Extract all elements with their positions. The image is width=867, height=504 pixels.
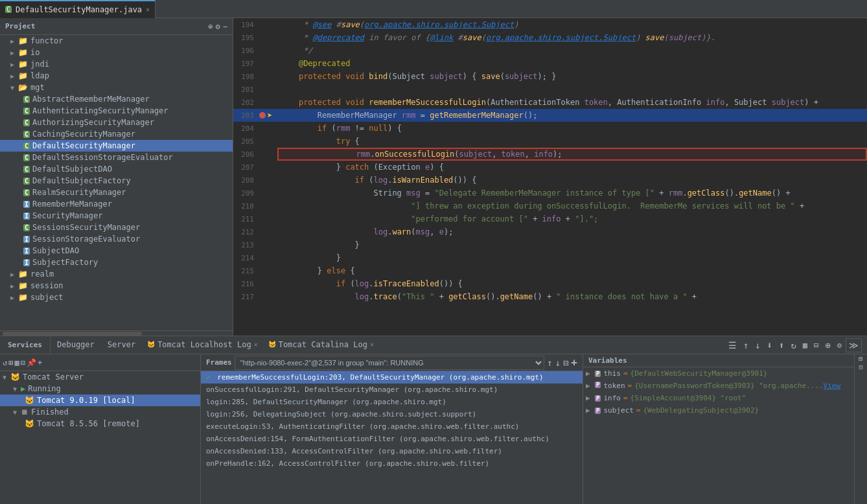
service-label: Tomcat Server xyxy=(23,372,84,382)
sidebar-label: realm xyxy=(30,269,54,279)
frames-up-icon[interactable]: ↑ xyxy=(547,358,552,368)
tab-close-icon[interactable]: ✕ xyxy=(146,6,150,13)
sidebar-item-session[interactable]: ▶ 📁 session xyxy=(0,280,233,292)
sidebar-item-DefaultSecurityManager[interactable]: C DefaultSecurityManager xyxy=(0,140,233,152)
settings-icon[interactable]: ⚙ xyxy=(835,339,844,351)
var-expand-icon[interactable]: ▶ xyxy=(586,394,595,402)
service-tomcat-server[interactable]: ▼ 🐱 Tomcat Server xyxy=(0,371,200,383)
align-icon[interactable]: ⊞ xyxy=(8,358,13,367)
debugger-frames-panel: Frames "http-nio-9080-exec-2"@2,537 in g… xyxy=(201,354,583,504)
sidebar-item-DefaultSubjectDAO[interactable]: C DefaultSubjectDAO xyxy=(0,163,233,175)
sidebar-item-SubjectDAO[interactable]: I SubjectDAO xyxy=(0,245,233,257)
tab-label: Debugger xyxy=(57,340,95,349)
down2-icon[interactable]: ⬇ xyxy=(765,339,775,352)
sidebar-item-functor[interactable]: ▶ 📁 functor xyxy=(0,35,233,47)
frame-item[interactable]: onAccessDenied:133, AccessControlFilter … xyxy=(201,445,583,457)
var-expand-icon[interactable]: ▶ xyxy=(586,406,595,415)
service-running[interactable]: ▼ ▶ Running xyxy=(0,383,200,395)
tab-close-icon[interactable]: ✕ xyxy=(370,341,374,348)
service-tomcat-8[interactable]: 🐱 Tomcat 8.5.56 [remote] xyxy=(0,418,200,430)
pin-icon[interactable]: 📌 xyxy=(27,358,36,367)
variable-item-this: ▶ P this = {DefaultWebSecurityManager@39… xyxy=(583,367,854,380)
frames-title: Frames xyxy=(206,358,232,367)
interface-icon: I xyxy=(23,259,30,266)
gutter-btn-1[interactable]: ⊞ xyxy=(857,357,864,361)
reload-services-icon[interactable]: ↺ xyxy=(3,358,7,367)
sidebar-item-subject[interactable]: ▶ 📁 subject xyxy=(0,292,233,303)
tab-tomcat-catalina-log[interactable]: 🐱 Tomcat Catalina Log ✕ xyxy=(263,336,379,354)
settings-icon[interactable]: ⚙ xyxy=(216,22,220,31)
var-value: {SimpleAccount@3904} "root" xyxy=(630,394,746,402)
code-line-212: 212 log.warn(msg, e); xyxy=(233,225,867,238)
frame-item[interactable]: login:256, DelegatingSubject (org.apache… xyxy=(201,408,583,420)
frames-add-icon[interactable]: + xyxy=(571,356,577,369)
frame-item[interactable]: login:285, DefaultSecurityManager (org.a… xyxy=(201,396,583,408)
add-services-icon[interactable]: + xyxy=(38,358,42,367)
sidebar-item-SessionsSecurityManager[interactable]: C SessionsSecurityManager xyxy=(0,222,233,233)
tab-server[interactable]: Server xyxy=(101,336,142,354)
sidebar-item-CachingSecurityManager[interactable]: C CachingSecurityManager xyxy=(0,128,233,140)
class-icon: C xyxy=(23,178,30,185)
refresh-icon[interactable]: ↻ xyxy=(788,339,798,352)
sidebar-item-AuthorizingSecurityManager[interactable]: C AuthorizingSecurityManager xyxy=(0,117,233,128)
line-number: 213 xyxy=(233,241,259,249)
layout-icon[interactable]: ▦ xyxy=(800,339,810,351)
tree-arrow-icon: ▶ xyxy=(10,294,18,301)
sidebar-item-realm[interactable]: ▶ 📁 realm xyxy=(0,268,233,280)
more-icon[interactable]: ≫ xyxy=(846,338,862,352)
tab-close-icon[interactable]: ✕ xyxy=(254,341,258,348)
service-tomcat-9[interactable]: 🐱 Tomcat 9.0.19 [local] xyxy=(0,395,200,406)
sidebar-item-SessionStorageEvaluator[interactable]: I SessionStorageEvaluator xyxy=(0,233,233,245)
sidebar-item-io[interactable]: ▶ 📁 io xyxy=(0,47,233,58)
sidebar-item-DefaultSessionStorageEvaluator[interactable]: C DefaultSessionStorageEvaluator xyxy=(0,152,233,163)
up2-icon[interactable]: ⬆ xyxy=(776,339,787,352)
server-icon: 🐱 xyxy=(268,341,276,348)
collapse-icon[interactable]: − xyxy=(223,22,227,31)
code-line-198: 198 protected void bind(Subject subject)… xyxy=(233,70,867,83)
sync-icon[interactable]: ⊕ xyxy=(208,22,213,31)
list-view-icon[interactable]: ☰ xyxy=(726,339,739,352)
frame-item[interactable]: onPreHandle:162, AccessControlFilter (or… xyxy=(201,457,583,470)
code-line-214: 214 } xyxy=(233,251,867,264)
sidebar-item-jndi[interactable]: ▶ 📁 jndi xyxy=(0,58,233,70)
sidebar-item-AuthenticatingSecurityManager[interactable]: C AuthenticatingSecurityManager xyxy=(0,105,233,117)
filter-icon[interactable]: ⊟ xyxy=(21,358,25,367)
sidebar-item-ldap[interactable]: ▶ 📁 ldap xyxy=(0,70,233,82)
line-number: 203 xyxy=(233,111,259,120)
frame-item[interactable]: onSuccessfulLogin:291, DefaultSecurityMa… xyxy=(201,384,583,396)
var-expand-icon[interactable]: ▶ xyxy=(586,369,595,378)
view-link[interactable]: View xyxy=(824,382,841,390)
frames-filter-icon[interactable]: ⊟ xyxy=(563,358,568,368)
tab-tomcat-localhost-log[interactable]: 🐱 Tomcat Localhost Log ✕ xyxy=(142,336,263,354)
frame-item[interactable]: executeLogin:53, AuthenticatingFilter (o… xyxy=(201,420,583,433)
sidebar-item-SubjectFactory[interactable]: I SubjectFactory xyxy=(0,257,233,268)
line-number: 211 xyxy=(233,215,259,223)
down-icon[interactable]: ↓ xyxy=(752,339,763,352)
frames-toolbar: Frames "http-nio-9080-exec-2"@2,537 in g… xyxy=(201,354,583,371)
sidebar-label: SubjectDAO xyxy=(32,246,79,255)
sidebar-item-SecurityManager[interactable]: I SecurityManager xyxy=(0,210,233,222)
tab-debugger[interactable]: Debugger xyxy=(51,336,101,354)
frame-item[interactable]: ✓ rememberMeSuccessfulLogin:203, Default… xyxy=(201,371,583,384)
active-tab[interactable]: C DefaultSecurityManager.java ✕ xyxy=(0,0,156,18)
group-icon[interactable]: ▦ xyxy=(14,358,19,367)
grid-icon[interactable]: ⊟ xyxy=(811,339,821,351)
frames-down-icon[interactable]: ↓ xyxy=(555,358,560,368)
sidebar-item-AbstractRememberMeManager[interactable]: C AbstractRememberMeManager xyxy=(0,93,233,105)
up-icon[interactable]: ↑ xyxy=(741,339,751,352)
sidebar-item-RealmSecurityManager[interactable]: C RealmSecurityManager xyxy=(0,187,233,198)
sidebar-item-mgt[interactable]: ▼ 📂 mgt xyxy=(0,82,233,93)
folder-icon: 📁 xyxy=(18,36,28,45)
var-expand-icon[interactable]: ▶ xyxy=(586,382,595,390)
expand-icon[interactable]: ⊕ xyxy=(822,339,833,352)
thread-dropdown[interactable]: "http-nio-9080-exec-2"@2,537 in group "m… xyxy=(235,356,544,370)
service-finished[interactable]: ▼ ⏹ Finished xyxy=(0,406,200,418)
sidebar-item-RememberMeManager[interactable]: I RememberMeManager xyxy=(0,198,233,210)
code-editor[interactable]: 194 * @see #save(org.apache.shiro.subjec… xyxy=(233,18,867,336)
line-content: "performed for account [" + info + "]."; xyxy=(277,214,867,223)
interface-icon: I xyxy=(23,247,30,255)
frame-item[interactable]: onAccessDenied:154, FormAuthenticationFi… xyxy=(201,433,583,445)
code-line-194: 194 * @see #save(org.apache.shiro.subjec… xyxy=(233,18,867,31)
sidebar-item-DefaultSubjectFactory[interactable]: C DefaultSubjectFactory xyxy=(0,175,233,187)
gutter-btn-2[interactable]: ⊟ xyxy=(859,363,862,371)
